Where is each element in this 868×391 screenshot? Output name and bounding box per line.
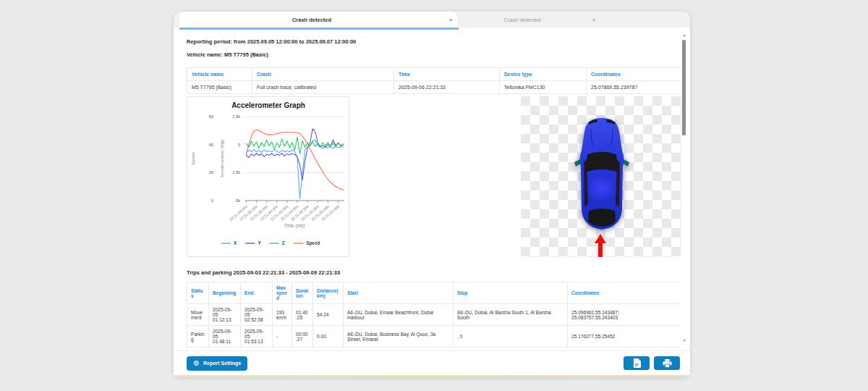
- table-cell: AE-DU, Dubai, Business Bay, Al Quoz, 3a …: [344, 326, 454, 348]
- table-cell: 193 km/h: [273, 304, 292, 326]
- table-row: Parking2025-09-05 01:48:112025-09-05 01:…: [187, 326, 682, 348]
- accelerometer-chart-panel: Accelerometer Graph1.5k0-1.5k-3k6040200S…: [187, 96, 349, 257]
- table-cell: M5 T7795 (Basic): [187, 81, 252, 94]
- table-cell: 25.176277,55.25452: [568, 326, 682, 348]
- scrollbar-thumb[interactable]: [682, 40, 686, 135]
- crash-table: Vehicle nameCrashTimeDevice typeCoordina…: [187, 67, 681, 94]
- tab-crash-detected-inactive[interactable]: Crash detected ×: [457, 12, 600, 28]
- svg-text:20: 20: [209, 170, 213, 175]
- table-cell: Teltonika FMC130: [500, 81, 587, 94]
- report-content: Reporting period: from 2025.09.05 12:00:…: [187, 30, 681, 348]
- column-header: Time: [394, 68, 500, 81]
- column-header: Max speed: [273, 282, 292, 304]
- crash-direction-arrow-icon: [594, 234, 607, 257]
- table-cell: AE-DU, Dubai, Emaar Beachfront, Dubai Ha…: [344, 304, 454, 326]
- reporting-period-text: Reporting period: from 2025.09.05 12:00:…: [187, 38, 681, 45]
- svg-text:1.5k: 1.5k: [232, 114, 240, 119]
- svg-text:Time (ms): Time (ms): [284, 223, 305, 229]
- scrollbar[interactable]: ▲ ▼: [681, 32, 687, 343]
- table-cell: Parking: [187, 326, 209, 348]
- svg-text:40: 40: [209, 143, 213, 147]
- table-row: M5 T7795 (Basic)Full crash trace, calibr…: [187, 81, 682, 94]
- table-cell: Full crash trace, calibrated: [252, 81, 394, 94]
- column-header: Status: [187, 282, 209, 304]
- column-header: Vehicle name: [187, 68, 252, 81]
- table-cell: 00:00:27: [292, 326, 313, 348]
- svg-text:Y: Y: [258, 240, 261, 245]
- table-row: Movement2025-09-05 01:12:132025-09-05 02…: [187, 304, 682, 326]
- table-cell: 2025-09-05 02:52:38: [241, 304, 273, 326]
- crash-detail-panels: Accelerometer Graph1.5k0-1.5k-3k6040200S…: [187, 96, 681, 257]
- svg-text:60: 60: [209, 114, 213, 119]
- svg-text:Speed: Speed: [191, 152, 195, 164]
- table-cell: 54.24: [313, 304, 344, 326]
- table-cell: , 0: [454, 326, 568, 348]
- table-cell: 2025-09-05 01:53:13: [241, 326, 273, 348]
- column-header: Distance(km): [313, 282, 344, 304]
- export-file-button[interactable]: [624, 356, 650, 370]
- column-header: End: [241, 282, 273, 304]
- tab-bar: Crash detected × Crash detected ×: [174, 12, 690, 28]
- table-cell: 25.07869,55.239787: [587, 81, 682, 94]
- page-background: { "colors":{ "accent_button":"#0e7fc1", …: [0, 0, 868, 391]
- table-header-row: Vehicle nameCrashTimeDevice typeCoordina…: [187, 68, 682, 81]
- trips-table: StatusBeginningEndMax speedDurationDista…: [187, 282, 681, 348]
- table-cell: 25.096962,55.143487; 25.083757,55.243403: [568, 304, 682, 326]
- gear-icon: ⚙: [193, 360, 200, 367]
- svg-text:-1.5k: -1.5k: [231, 170, 241, 175]
- svg-text:0: 0: [238, 143, 240, 147]
- car-top-view: [569, 116, 634, 233]
- column-header: Coordinates: [587, 68, 682, 81]
- table-cell: Movement: [187, 304, 209, 326]
- column-header: Crash: [252, 68, 394, 81]
- footer-bar: ⚙ Report Settings: [174, 350, 690, 375]
- tab-close-icon[interactable]: ×: [444, 17, 457, 23]
- table-cell: 0.00: [313, 326, 344, 348]
- file-icon: [633, 358, 641, 368]
- svg-text:0: 0: [211, 198, 213, 203]
- footer-export-group: [624, 356, 680, 370]
- svg-text:X: X: [234, 240, 237, 245]
- table-cell: 01:40:25: [292, 304, 313, 326]
- column-header: Device type: [500, 68, 587, 81]
- report-settings-button[interactable]: ⚙ Report Settings: [187, 356, 247, 371]
- svg-text:-3k: -3k: [234, 198, 240, 203]
- scrollbar-up-icon[interactable]: ▲: [681, 32, 687, 38]
- svg-text:Accelerometer Graph: Accelerometer Graph: [231, 101, 305, 109]
- vehicle-name-text: Vehicle name: M5 T7795 (Basic): [187, 51, 681, 58]
- report-settings-label: Report Settings: [203, 361, 241, 366]
- column-header: Duration: [292, 282, 313, 304]
- tab-label: Crash detected: [179, 17, 444, 23]
- svg-text:Z: Z: [282, 240, 285, 245]
- table-cell: 2025-09-06 22:21:33: [394, 81, 500, 94]
- car-image-panel: [521, 96, 681, 257]
- svg-text:Speed: Speed: [306, 240, 320, 246]
- table-cell: 2025-09-05 01:12:13: [209, 304, 241, 326]
- bottom-accent-line: [176, 375, 687, 377]
- print-button[interactable]: [654, 356, 680, 370]
- tab-close-icon[interactable]: ×: [587, 17, 600, 23]
- tab-crash-detected-active[interactable]: Crash detected ×: [179, 12, 457, 28]
- table-cell: AE-DU, Dubai, Al Barsha South 1, Al Bars…: [454, 304, 568, 326]
- tab-label: Crash detected: [457, 17, 587, 23]
- report-card: Crash detected × Crash detected × Report…: [174, 12, 690, 377]
- accelerometer-chart: Accelerometer Graph1.5k0-1.5k-3k6040200S…: [187, 97, 347, 255]
- scrollbar-down-icon[interactable]: ▼: [681, 337, 687, 343]
- table-cell: 2025-09-05 01:48:11: [209, 326, 241, 348]
- column-header: Coordinates: [568, 282, 682, 304]
- svg-text:Accelerometer (Mg): Accelerometer (Mg): [220, 140, 224, 178]
- active-tab-underline: [179, 28, 459, 30]
- printer-icon: [663, 359, 672, 368]
- column-header: Start: [344, 282, 454, 304]
- table-header-row: StatusBeginningEndMax speedDurationDista…: [187, 282, 682, 304]
- trips-title: Trips and parking 2025-09-03 22:21:33 - …: [187, 269, 681, 276]
- column-header: Beginning: [209, 282, 241, 304]
- column-header: Stop: [454, 282, 568, 304]
- table-cell: -: [273, 326, 292, 348]
